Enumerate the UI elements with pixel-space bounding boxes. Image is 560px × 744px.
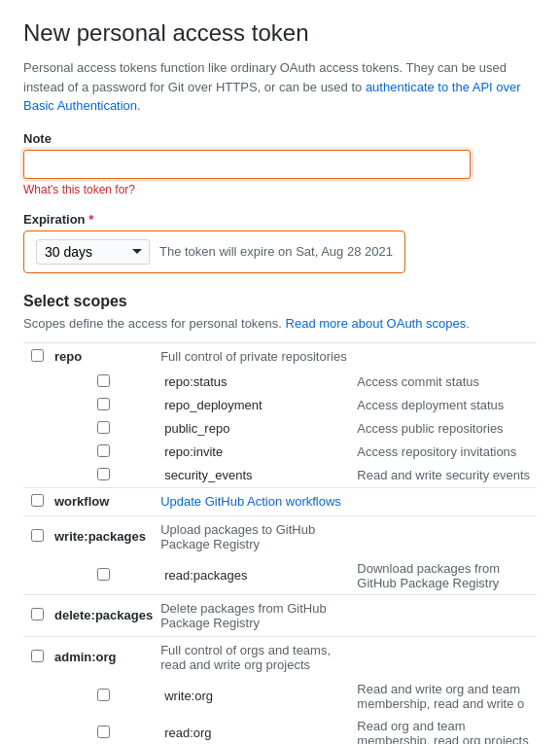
scope-name-public_repo: public_repo <box>157 417 353 441</box>
scope-checkbox-repo_deployment[interactable] <box>97 398 110 410</box>
scope-sub-row: read:org Read org and team membership, r… <box>23 715 537 745</box>
scope-name-write_org: write:org <box>157 678 353 715</box>
scope-check-cell <box>23 557 51 595</box>
scope-checkbox-public_repo[interactable] <box>97 421 110 434</box>
scope-checkbox-repo_status[interactable] <box>97 374 110 387</box>
page-description: Personal access tokens function like ord… <box>23 58 537 116</box>
scope-checkbox-repo[interactable] <box>31 349 44 362</box>
scope-check-cell <box>23 515 51 557</box>
scope-sub-row: repo:status Access commit status <box>23 371 537 394</box>
scope-name-admin_org: admin:org <box>51 636 157 678</box>
scope-row: workflow Update GitHub Action workflows <box>23 487 537 515</box>
scope-desc-write_packages: Upload packages to GitHub Package Regist… <box>157 515 353 557</box>
scope-checkbox-admin_org[interactable] <box>31 650 44 662</box>
scope-sub-row: public_repo Access public repositories <box>23 417 537 441</box>
scope-checkbox-workflow[interactable] <box>31 494 44 507</box>
scope-desc-repo_deployment: Access deployment status <box>353 394 537 417</box>
scopes-table: repo Full control of private repositorie… <box>23 342 537 745</box>
scope-checkbox-security_events[interactable] <box>97 468 110 480</box>
expiration-select[interactable]: 30 days 7 days 60 days 90 days Custom No… <box>36 239 150 265</box>
scope-check-cell <box>23 371 51 394</box>
expiration-label: Expiration * <box>23 212 537 227</box>
scope-row: repo Full control of private repositorie… <box>23 342 537 371</box>
scope-name-security_events: security_events <box>157 464 353 488</box>
scope-check-cell <box>23 594 51 636</box>
scope-desc-workflow: Update GitHub Action workflows <box>157 487 353 515</box>
expiration-required: * <box>86 212 94 227</box>
scope-check-sub-cell <box>51 441 157 464</box>
scope-row: write:packages Upload packages to GitHub… <box>23 515 537 557</box>
scope-name-repo_invite: repo:invite <box>157 441 353 464</box>
page-title: New personal access token <box>23 19 537 47</box>
oauth-scopes-link[interactable]: Read more about OAuth scopes <box>286 316 467 331</box>
scopes-title: Select scopes <box>23 293 537 310</box>
scope-desc-repo_status: Access commit status <box>353 371 537 394</box>
scope-check-cell <box>23 715 51 745</box>
scope-desc-security_events: Read and write security events <box>353 464 537 488</box>
scope-name-delete_packages: delete:packages <box>51 594 157 636</box>
expiration-field-section: Expiration * 30 days 7 days 60 days 90 d… <box>23 212 537 277</box>
scope-sub-row: write:org Read and write org and team me… <box>23 678 537 715</box>
scope-name-repo_deployment: repo_deployment <box>157 394 353 417</box>
scope-name-repo_status: repo:status <box>157 371 353 394</box>
scope-desc-delete_packages: Delete packages from GitHub Package Regi… <box>157 594 353 636</box>
scope-name-workflow: workflow <box>51 487 157 515</box>
note-label: Note <box>23 131 537 146</box>
scope-check-sub-cell <box>51 417 157 441</box>
scope-check-cell <box>23 464 51 488</box>
scope-checkbox-write_packages[interactable] <box>31 529 44 542</box>
scope-name-write_packages: write:packages <box>51 515 157 557</box>
scope-desc-admin_org: Full control of orgs and teams, read and… <box>157 636 353 678</box>
scope-check-cell <box>23 417 51 441</box>
scope-check-cell <box>23 394 51 417</box>
scope-check-cell <box>23 487 51 515</box>
scope-check-sub-cell <box>51 371 157 394</box>
scope-sub-row: repo:invite Access repository invitation… <box>23 441 537 464</box>
scope-check-sub-cell <box>51 678 157 715</box>
expiration-note: The token will expire on Sat, Aug 28 202… <box>159 244 393 259</box>
note-hint: What's this token for? <box>23 183 537 196</box>
scope-name-read_org: read:org <box>157 715 353 745</box>
scope-check-cell <box>23 342 51 371</box>
scope-checkbox-write_org[interactable] <box>97 689 110 701</box>
scope-sub-row: repo_deployment Access deployment status <box>23 394 537 417</box>
expiration-box: 30 days 7 days 60 days 90 days Custom No… <box>23 230 405 273</box>
scope-checkbox-read_org[interactable] <box>97 726 110 738</box>
scope-name-repo: repo <box>51 342 157 371</box>
scope-checkbox-delete_packages[interactable] <box>31 608 44 620</box>
scope-checkbox-repo_invite[interactable] <box>97 444 110 457</box>
scopes-description: Scopes define the access for personal to… <box>23 316 537 331</box>
scope-checkbox-read_packages[interactable] <box>97 568 110 581</box>
scope-check-sub-cell <box>51 464 157 488</box>
scope-check-cell <box>23 441 51 464</box>
scope-row: admin:org Full control of orgs and teams… <box>23 636 537 678</box>
scope-sub-row: security_events Read and write security … <box>23 464 537 488</box>
scope-check-cell <box>23 678 51 715</box>
scope-sub-row: read:packages Download packages from Git… <box>23 557 537 595</box>
scope-row: delete:packages Delete packages from Git… <box>23 594 537 636</box>
scope-desc-read_org: Read org and team membership, read org p… <box>353 715 537 745</box>
scope-check-sub-cell <box>51 557 157 595</box>
scope-desc-read_packages: Download packages from GitHub Package Re… <box>353 557 537 595</box>
scope-check-sub-cell <box>51 394 157 417</box>
scope-desc-repo_invite: Access repository invitations <box>353 441 537 464</box>
scope-desc-public_repo: Access public repositories <box>353 417 537 441</box>
note-input[interactable] <box>23 150 471 179</box>
scope-desc-repo: Full control of private repositories <box>157 342 353 371</box>
note-field-section: Note What's this token for? <box>23 131 537 196</box>
scope-name-read_packages: read:packages <box>157 557 353 595</box>
scope-check-cell <box>23 636 51 678</box>
scope-check-sub-cell <box>51 715 157 745</box>
scope-desc-write_org: Read and write org and team membership, … <box>353 678 537 715</box>
